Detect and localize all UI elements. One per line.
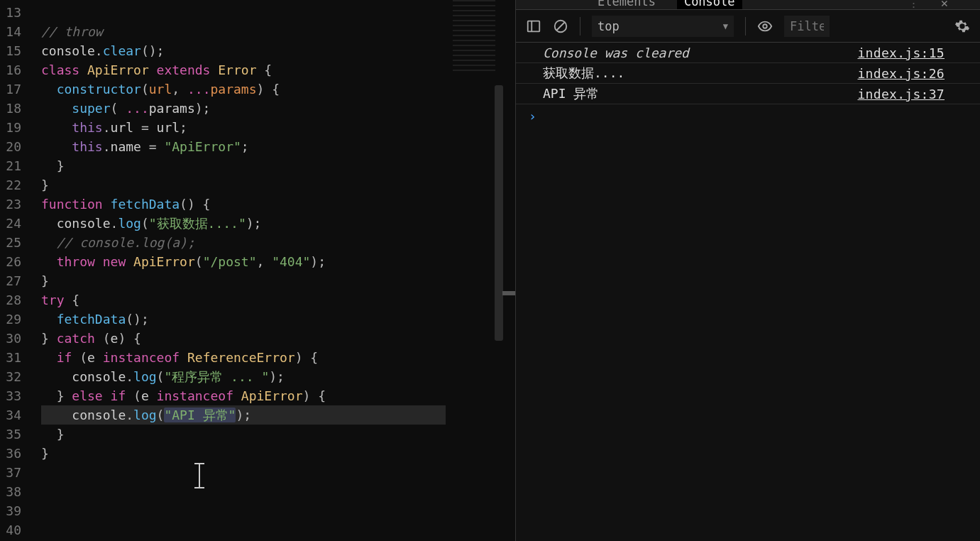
code-line[interactable]: this.url = url; xyxy=(41,118,446,137)
log-source-link[interactable]: index.js:15 xyxy=(857,45,945,60)
editor-scrollbar-thumb[interactable] xyxy=(495,85,503,341)
context-selector[interactable]: top ▼ xyxy=(592,16,734,37)
toolbar-separator xyxy=(745,17,746,35)
tab-elements[interactable]: Elements xyxy=(598,0,656,9)
code-line[interactable]: console.log("程序异常 ... "); xyxy=(41,367,446,386)
code-line[interactable]: // throw xyxy=(41,22,446,41)
code-line[interactable]: fetchData(); xyxy=(41,310,446,329)
minimap[interactable] xyxy=(453,0,495,71)
line-number: 29 xyxy=(0,310,39,329)
line-number: 14 xyxy=(0,22,39,41)
log-source-link[interactable]: index.js:37 xyxy=(857,87,945,102)
code-line[interactable] xyxy=(41,3,446,22)
context-selector-value: top xyxy=(598,19,620,33)
line-number: 33 xyxy=(0,386,39,405)
code-line[interactable]: class ApiError extends Error { xyxy=(41,60,446,80)
code-line[interactable]: } xyxy=(41,156,446,175)
log-source-link[interactable]: index.js:26 xyxy=(857,66,945,81)
line-number: 24 xyxy=(0,214,39,233)
code-line[interactable]: console.log("API 异常"); xyxy=(41,405,446,425)
console-sidebar-toggle-icon[interactable] xyxy=(526,18,541,34)
code-line[interactable]: try { xyxy=(41,290,446,310)
svg-rect-0 xyxy=(528,21,540,31)
line-number: 18 xyxy=(0,99,39,118)
code-line[interactable]: super( ...params); xyxy=(41,99,446,118)
code-line[interactable]: console.clear(); xyxy=(41,41,446,60)
line-number: 40 xyxy=(0,520,39,540)
code-line[interactable]: if (e instanceof ReferenceError) { xyxy=(41,348,446,367)
log-message: API 异常 xyxy=(543,85,599,102)
console-prompt[interactable]: › xyxy=(516,104,980,124)
line-number: 31 xyxy=(0,348,39,367)
editor-scroll-marker xyxy=(502,291,515,295)
code-line[interactable]: console.log("获取数据...."); xyxy=(41,214,446,233)
code-line[interactable]: constructor(url, ...params) { xyxy=(41,80,446,99)
code-line[interactable]: } xyxy=(41,425,446,444)
log-message: Console was cleared xyxy=(543,45,689,60)
live-expression-icon[interactable] xyxy=(757,18,773,34)
chevron-down-icon: ▼ xyxy=(723,21,728,31)
line-number: 30 xyxy=(0,329,39,348)
line-number: 13 xyxy=(0,3,39,22)
line-number: 36 xyxy=(0,444,39,463)
line-number: 38 xyxy=(0,482,39,501)
toolbar-separator xyxy=(580,17,580,35)
line-number: 34 xyxy=(0,405,39,425)
warning-icon[interactable]: ⋮ xyxy=(908,0,920,10)
line-number: 23 xyxy=(0,195,39,214)
line-number: 35 xyxy=(0,425,39,444)
line-number: 20 xyxy=(0,137,39,156)
code-line[interactable]: } else if (e instanceof ApiError) { xyxy=(41,386,446,405)
console-log-row[interactable]: Console was clearedindex.js:15 xyxy=(516,43,980,63)
tab-console[interactable]: Console xyxy=(677,0,742,9)
svg-line-3 xyxy=(557,22,565,30)
devtools-panel: Elements Console ⋮ ✕ top ▼ xyxy=(516,0,980,541)
devtools-tabstrip[interactable]: Elements Console ⋮ ✕ xyxy=(516,0,980,10)
code-line[interactable]: this.name = "ApiError"; xyxy=(41,137,446,156)
log-message: 获取数据.... xyxy=(543,65,624,82)
console-filter-input[interactable] xyxy=(784,16,830,37)
code-editor-pane[interactable]: 1314151617181920212223242526272829303132… xyxy=(0,0,516,541)
code-line[interactable]: } xyxy=(41,271,446,290)
text-cursor-icon xyxy=(199,464,200,487)
line-number: 25 xyxy=(0,233,39,252)
line-number: 16 xyxy=(0,60,39,80)
line-number: 21 xyxy=(0,156,39,175)
line-number: 37 xyxy=(0,463,39,482)
code-area[interactable]: // throwconsole.clear();class ApiError e… xyxy=(41,3,446,463)
clear-console-icon[interactable] xyxy=(553,18,568,34)
line-number: 22 xyxy=(0,175,39,195)
close-icon[interactable]: ✕ xyxy=(941,0,948,10)
code-line[interactable]: } xyxy=(41,175,446,195)
line-number: 26 xyxy=(0,252,39,271)
console-log-row[interactable]: 获取数据....index.js:26 xyxy=(516,63,980,84)
line-number-gutter: 1314151617181920212223242526272829303132… xyxy=(0,0,39,540)
code-line[interactable]: } catch (e) { xyxy=(41,329,446,348)
code-line[interactable]: } xyxy=(41,444,446,463)
line-number: 19 xyxy=(0,118,39,137)
line-number: 28 xyxy=(0,290,39,310)
line-number: 27 xyxy=(0,271,39,290)
line-number: 39 xyxy=(0,501,39,520)
code-line[interactable]: // console.log(a); xyxy=(41,233,446,252)
line-number: 15 xyxy=(0,41,39,60)
code-line[interactable]: function fetchData() { xyxy=(41,195,446,214)
settings-gear-icon[interactable] xyxy=(954,18,970,34)
console-toolbar: top ▼ xyxy=(516,10,980,43)
line-number: 32 xyxy=(0,367,39,386)
line-number: 17 xyxy=(0,80,39,99)
code-line[interactable]: throw new ApiError("/post", "404"); xyxy=(41,252,446,271)
console-log-row[interactable]: API 异常index.js:37 xyxy=(516,84,980,104)
svg-point-4 xyxy=(763,24,767,28)
console-log-list[interactable]: Console was clearedindex.js:15获取数据....in… xyxy=(516,43,980,104)
